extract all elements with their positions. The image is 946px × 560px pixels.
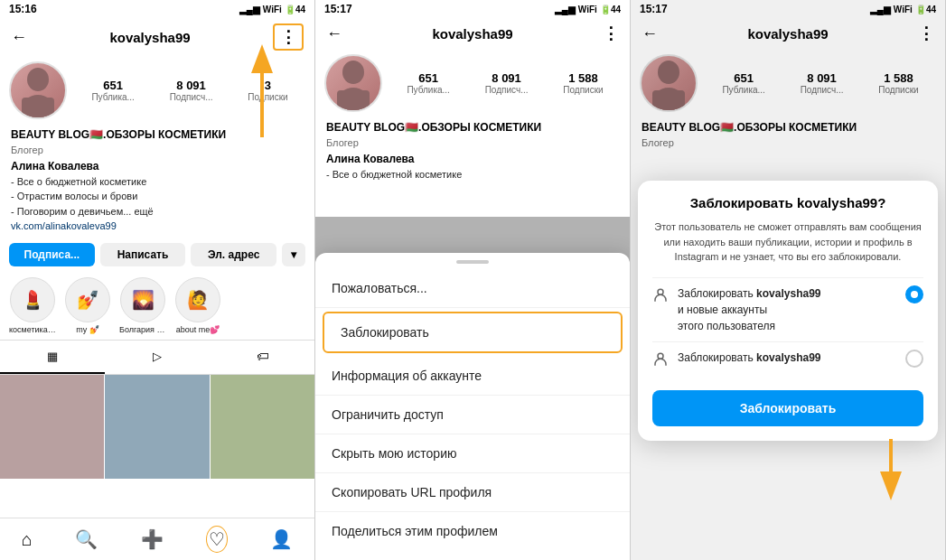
email-button-1[interactable]: Эл. адрес [191, 243, 276, 266]
profile-header-1: ← kovalysha99 ⋮ [0, 18, 314, 56]
menu-item-account-info[interactable]: Информация об аккаунте [315, 357, 630, 396]
stats-row-1: 651 Публика... 8 091 Подписч... 3 Подпис… [0, 56, 314, 125]
message-button-1[interactable]: Написать [100, 243, 186, 266]
back-button-2[interactable]: ← [326, 24, 342, 43]
battery-icon-2: 🔋44 [600, 5, 621, 14]
stat-posts-1: 651 Публика... [91, 79, 135, 102]
highlight-item-2[interactable]: 🌄 Болгария 20... [119, 277, 166, 334]
radio-icon-1 [652, 287, 669, 308]
radio-btn-1[interactable] [905, 285, 923, 303]
stat-label-following-2: Подписки [563, 85, 603, 95]
menu-popup-2: Пожаловаться... Заблокировать Информация… [315, 253, 630, 560]
menu-handle-2 [456, 260, 489, 264]
bio-subtitle-1: Блогер [11, 143, 304, 158]
menu-item-restrict[interactable]: Ограничить доступ [315, 396, 630, 434]
radio-option-2[interactable]: Заблокировать kovalysha99 [652, 341, 923, 379]
stat-followers-2: 8 091 Подписч... [485, 71, 529, 95]
bio-line3-1: - Поговорим о девичьем... ещё [11, 204, 304, 219]
menu-item-copy-url[interactable]: Скопировать URL профиля [315, 473, 630, 512]
tab-grid-1[interactable]: ▦ [0, 341, 105, 374]
stat-label-followers-1: Подписч... [170, 92, 213, 102]
tab-bar-1: ▦ ▷ 🏷 [0, 340, 314, 375]
bio-2: BEAUTY BLOG🇧🇾.ОБЗОРЫ КОСМЕТИКИ Блогер Ал… [315, 117, 630, 185]
signal-icon-2: ▂▄▆ [555, 5, 576, 14]
tab-tagged-1[interactable]: 🏷 [210, 341, 314, 374]
username-2: kovalysha99 [432, 26, 512, 42]
bio-line-2: - Все о бюджетной косметике [326, 167, 619, 182]
action-buttons-1: Подписа... Написать Эл. адрес ▾ [0, 238, 314, 272]
highlight-label-3: about me💕 [176, 325, 220, 334]
radio-text-1: Заблокировать kovalysha99и новые аккаунт… [678, 285, 896, 334]
stat-num-followers-2: 8 091 [492, 71, 521, 85]
menu-item-hide-story[interactable]: Скрыть мою историю [315, 434, 630, 473]
bio-name-1: Алина Ковалева [11, 158, 304, 174]
stat-num-posts-1: 651 [103, 79, 123, 92]
highlight-circle-2: 🌄 [120, 277, 165, 322]
stat-following-1: 3 Подписки [248, 79, 287, 102]
highlight-circle-3: 🙋 [175, 277, 220, 322]
panel-2: 15:17 ▂▄▆ WiFi 🔋44 ← kovalysha99 ⋮ 651 П… [315, 0, 631, 560]
svg-point-4 [342, 61, 364, 84]
status-icons-2: ▂▄▆ WiFi 🔋44 [555, 5, 621, 14]
status-bar-1: 15:16 ▂▄▆ WiFi 🔋44 [0, 0, 314, 18]
radio-btn-2[interactable] [905, 350, 923, 368]
menu-item-block-wrapper: Заблокировать [323, 312, 623, 353]
stat-posts-2: 651 Публика... [407, 71, 450, 95]
stats-container-1: 651 Публика... 8 091 Подписч... 3 Подпис… [74, 79, 305, 102]
more-options-button-1[interactable]: ⋮ [273, 23, 304, 51]
highlight-circle-1: 💅 [65, 277, 110, 322]
stat-num-posts-2: 651 [418, 71, 438, 85]
status-icons-1: ▂▄▆ WiFi 🔋44 [239, 5, 305, 14]
grid-cell-0 [0, 375, 104, 479]
bio-title-2: BEAUTY BLOG🇧🇾.ОБЗОРЫ КОСМЕТИКИ [326, 119, 619, 135]
svg-rect-6 [337, 90, 370, 110]
grid-cell-1 [105, 375, 209, 479]
menu-item-block[interactable]: Заблокировать [324, 313, 621, 351]
stat-num-following-2: 1 588 [568, 71, 598, 85]
bio-link-1[interactable]: vk.com/alinakovaleva99 [11, 219, 304, 234]
follow-button-1[interactable]: Подписа... [9, 243, 95, 266]
highlight-label-2: Болгария 20... [119, 325, 166, 334]
time-1: 15:16 [9, 3, 37, 15]
menu-item-share-profile[interactable]: Поделиться этим профилем [315, 512, 630, 550]
radio-icon-2 [652, 351, 669, 372]
profile-nav-1[interactable]: 👤 [270, 528, 293, 550]
stat-label-following-1: Подписки [248, 92, 287, 102]
avatar-2 [324, 54, 382, 112]
more-options-button-2[interactable]: ⋮ [603, 23, 619, 43]
stat-label-posts-2: Публика... [407, 85, 450, 95]
back-button-1[interactable]: ← [11, 28, 27, 47]
add-nav-1[interactable]: ➕ [141, 528, 164, 550]
menu-item-report[interactable]: Пожаловаться... [315, 269, 630, 308]
svg-point-0 [27, 68, 49, 91]
dropdown-button-1[interactable]: ▾ [282, 243, 305, 266]
block-confirm-button-3[interactable]: Заблокировать [652, 390, 923, 426]
status-bar-2: 15:17 ▂▄▆ WiFi 🔋44 [315, 0, 630, 18]
block-dialog-3: Заблокировать kovalysha99? Этот пользова… [638, 181, 938, 441]
highlight-label-1: my 💅 [76, 325, 99, 334]
highlight-item-3[interactable]: 🙋 about me💕 [175, 277, 220, 334]
highlights-1: 💄 косметика💄 💅 my 💅 🌄 Болгария 20... 🙋 a… [0, 272, 314, 340]
signal-icon-1: ▂▄▆ [239, 5, 260, 14]
svg-point-11 [658, 353, 663, 359]
bio-title-1: BEAUTY BLOG🇧🇾.ОБЗОРЫ КОСМЕТИКИ [11, 126, 304, 143]
bio-subtitle-2: Блогер [326, 135, 619, 151]
stat-followers-1: 8 091 Подписч... [170, 79, 213, 102]
tab-reels-1[interactable]: ▷ [105, 341, 210, 374]
bottom-nav-1: ⌂ 🔍 ➕ ♡ 👤 [0, 518, 314, 560]
stats-row-2: 651 Публика... 8 091 Подписч... 1 588 По… [315, 49, 630, 117]
dialog-title-3: Заблокировать kovalysha99? [652, 195, 923, 210]
stat-num-followers-1: 8 091 [176, 79, 206, 92]
highlight-item-1[interactable]: 💅 my 💅 [65, 277, 110, 334]
avatar-1 [9, 61, 67, 119]
heart-nav-1[interactable]: ♡ [206, 526, 228, 553]
stat-label-followers-2: Подписч... [485, 85, 529, 95]
wifi-icon-1: WiFi [263, 5, 282, 14]
profile-header-2: ← kovalysha99 ⋮ [315, 18, 630, 49]
home-nav-1[interactable]: ⌂ [22, 529, 33, 550]
radio-option-1[interactable]: Заблокировать kovalysha99и новые аккаунт… [652, 277, 923, 341]
search-nav-1[interactable]: 🔍 [75, 528, 98, 550]
highlight-item-0[interactable]: 💄 косметика💄 [9, 277, 56, 334]
svg-rect-2 [22, 98, 54, 117]
stat-num-following-1: 3 [265, 79, 271, 92]
